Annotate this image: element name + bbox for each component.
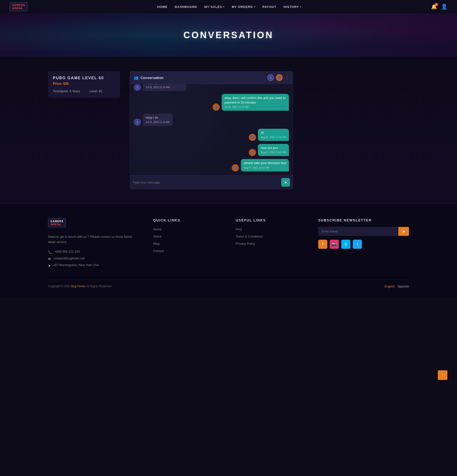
footer-email: ✉ contact@bugfinder.net [48,256,139,261]
list-item[interactable]: Terms & Conditions [236,234,304,238]
avatar: 👤 [232,164,239,171]
footer: GAMERSARENA Need to get in touch with us… [0,204,457,298]
footer-quick-links: QUICK LINKS Home About Blog Contact [153,218,221,270]
conversation-header: 👥 Conversation 👤 👤 ⋮ [130,71,293,84]
footer-about: GAMERSARENA Need to get in touch with us… [48,218,139,270]
twitter-button[interactable]: t [353,240,362,249]
footer-link-blog[interactable]: Blog [153,242,160,246]
newsletter-form: ➤ [318,227,409,236]
notification-badge: 4 [435,3,438,6]
notification-button[interactable]: 🔔 4 [431,4,437,10]
nav-links: HOME DASHBOARD MY SALES MY ORDERS PAYOUT… [157,5,301,9]
product-title: PUBG GAME LEVEL 60 [53,76,115,80]
table-row: 👤okay my last offer is 29 usdJul 31, 202… [134,84,289,91]
nav-home[interactable]: HOME [157,5,167,9]
footer-logo: GAMERSARENA [48,218,66,227]
nav-payout[interactable]: PAYOUT [262,5,276,9]
table-row: how are youAug 07, 2022 12:41 PM👤 [134,144,289,156]
social-links: f 📷 S t [318,240,409,249]
received-message: okay my last offer is 29 usdJul 31, 2022… [143,84,186,91]
footer-link-about[interactable]: About [153,235,161,238]
brand-link[interactable]: Bug Finder [71,285,85,288]
newsletter-submit-button[interactable]: ➤ [398,227,409,236]
language-selector: English Spanish [384,285,409,288]
received-message: okay i doJul 31, 2022 11:44 AM [143,114,173,126]
list-item[interactable]: FAQ [236,227,304,231]
list-item[interactable]: About [153,234,221,238]
nav-my-sales[interactable]: MY SALES [204,5,225,9]
quick-links-title: QUICK LINKS [153,218,221,222]
footer-bottom: Copyright © 2022 Bug Finder All Rights R… [48,280,409,288]
facebook-button[interactable]: f [318,240,327,249]
conversation-options-button[interactable]: ⋮ [285,75,289,80]
navbar: GAMERS ARENA HOME DASHBOARD MY SALES MY … [0,0,457,13]
quick-links-list: Home About Blog Contact [153,227,221,253]
main-content: PUBG GAME LEVEL 60 Price: $30 TimeSpent:… [0,57,457,204]
phone-icon: 📞 [48,250,52,254]
message-input-area: ➤ [130,175,293,189]
navbar-icons: 🔔 4 👤 [431,4,447,10]
avatar: 👤 [212,103,220,111]
footer-about-text: Need to get in touch with us ? Please co… [48,234,139,245]
footer-link-contact[interactable]: Contact [153,249,164,253]
sent-message: please take your decesion fastAug 07, 20… [241,159,289,171]
newsletter-title: SUBSCRIBE NEWSLETTER [318,218,409,222]
participant-avatar-2: 👤 [276,74,283,81]
footer-phone: 📞 +880 654 321 233 [48,250,139,254]
table-row: 👤okay i doJul 31, 2022 11:44 AM [134,114,289,126]
sent-message: HiAug 07, 2022 12:41 PM [258,129,289,141]
avatar: 👤 [134,119,141,126]
footer-link-faq[interactable]: FAQ [236,227,242,231]
product-price: Price: $30 [53,82,115,85]
message-input[interactable] [133,181,279,184]
newsletter-email-input[interactable] [318,227,398,236]
useful-links-title: USEFUL LINKS [236,218,304,222]
page-title: CONVERSATION [184,30,273,40]
footer-link-home[interactable]: Home [153,227,162,231]
instagram-button[interactable]: 📷 [330,240,339,249]
language-english[interactable]: English [384,285,395,288]
send-icon: ➤ [284,180,287,185]
conversation-messages[interactable]: Please increase your amountJul 31, 2022 … [130,84,293,175]
conversation-header-actions: 👤 👤 ⋮ [267,74,289,81]
footer-link-terms[interactable]: Terms & Conditions [236,235,263,238]
logo[interactable]: GAMERS ARENA [10,2,27,11]
group-icon: 👥 [134,76,139,80]
sent-message: okay, then i will confirm this and you n… [222,94,289,110]
avatar: 👤 [249,149,256,156]
footer-address: ➤ 457 Morningview, New York USA [48,263,139,268]
nav-history[interactable]: HISTORY [284,5,301,9]
send-message-button[interactable]: ➤ [281,178,290,187]
facebook-icon: f [322,242,323,246]
nav-dashboard[interactable]: DASHBOARD [175,5,197,9]
user-icon: 👤 [441,4,447,10]
footer-link-privacy[interactable]: Privacy Policy [236,242,255,246]
list-item[interactable]: Blog [153,241,221,246]
email-icon: ✉ [48,257,51,261]
time-spent: TimeSpent: 5 Years [53,89,80,93]
language-spanish[interactable]: Spanish [398,285,409,288]
list-item[interactable]: Contact [153,249,221,253]
footer-grid: GAMERSARENA Need to get in touch with us… [48,218,409,270]
avatar: 👤 [249,134,256,141]
user-profile-button[interactable]: 👤 [441,4,447,10]
sent-message: how are youAug 07, 2022 12:41 PM [258,144,289,156]
footer-newsletter: SUBSCRIBE NEWSLETTER ➤ f 📷 S t [318,218,409,270]
newsletter-send-icon: ➤ [402,229,405,233]
product-details: TimeSpent: 5 Years Level: 60 [53,89,115,93]
skype-button[interactable]: S [341,240,350,249]
level-value: 60 [99,89,102,93]
level-label: Level: [90,89,98,93]
avatar: 👤 [134,84,141,91]
nav-my-orders[interactable]: MY ORDERS [232,5,255,9]
twitter-icon: t [357,242,358,246]
footer-useful-links: USEFUL LINKS FAQ Terms & Conditions Priv… [236,218,304,270]
level: Level: 60 [90,89,102,93]
product-card: PUBG GAME LEVEL 60 Price: $30 TimeSpent:… [48,71,120,98]
table-row: okay, then i will confirm this and you n… [134,94,289,110]
table-row: please take your decesion fastAug 07, 20… [134,159,289,171]
list-item[interactable]: Privacy Policy [236,241,304,246]
list-item[interactable]: Home [153,227,221,231]
conversation-title-area: 👥 Conversation [134,76,163,80]
participant-avatar-1: 👤 [267,74,274,81]
